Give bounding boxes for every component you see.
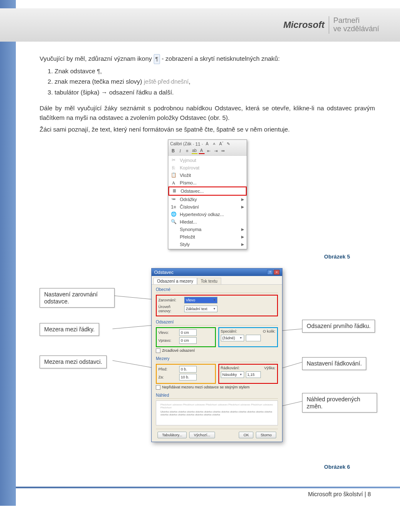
font-a-icon: A bbox=[170, 180, 178, 186]
ctx-item-translate[interactable]: Přeložit▶ bbox=[168, 233, 247, 241]
group-spacing: Mezery bbox=[156, 356, 278, 362]
select-alignment[interactable]: Vlevo▼ bbox=[184, 297, 218, 303]
logo-divider bbox=[329, 16, 329, 34]
button-tabs[interactable]: Tabulátory... bbox=[158, 432, 187, 438]
callout-preview: Náhled provedených změn. bbox=[302, 393, 377, 413]
indent-dec-icon: ⇤ bbox=[206, 148, 212, 154]
tab-indents-spacing[interactable]: Odsazení a mezery bbox=[153, 278, 197, 284]
tab-text-flow[interactable]: Tok textu bbox=[197, 278, 221, 284]
copy-icon: ⎘ bbox=[170, 165, 178, 171]
callout-line-space: Mezera mezi řádky. bbox=[40, 323, 99, 336]
callout-para-space: Mezera mezi odstavci. bbox=[40, 355, 107, 368]
list-item: znak mezera (tečka mezi slovy) ještě·pře… bbox=[55, 77, 375, 87]
label-after: Za: bbox=[158, 375, 178, 379]
ctx-item-copy[interactable]: ⎘Kopírovat bbox=[168, 164, 247, 172]
group-general: Obecné bbox=[156, 287, 278, 293]
label-at: Výška: bbox=[264, 366, 275, 370]
caption-fig5: Obrázek 5 bbox=[40, 254, 350, 260]
intro-para2: Dále by měl vyučující žáky seznámit s po… bbox=[40, 104, 375, 122]
callout-first-indent: Odsazení prvního řádku. bbox=[302, 320, 375, 333]
dialog-titlebar: Odstavec ? × bbox=[152, 268, 282, 276]
hyperlink-icon: 🌐 bbox=[170, 211, 178, 217]
ctx-item-synonyms[interactable]: Synonyma▶ bbox=[168, 226, 247, 233]
group-preview: Náhled bbox=[156, 393, 278, 399]
paragraph-dialog: Odstavec ? × Odsazení a mezery Tok textu… bbox=[151, 268, 282, 442]
font-color-icon: A bbox=[199, 148, 205, 154]
close-button[interactable]: × bbox=[274, 270, 280, 275]
ctx-item-cut[interactable]: ✂Vyjmout bbox=[168, 157, 247, 164]
preview-box: Předchozí odstavec Předchozí odstavec Př… bbox=[156, 400, 278, 425]
ctx-item-font[interactable]: APísmo... bbox=[168, 179, 247, 186]
checkbox-box-icon bbox=[156, 348, 160, 353]
ctx-item-paragraph[interactable]: ≣Odstavec... bbox=[168, 186, 247, 196]
chevron-down-icon: ▼ bbox=[213, 307, 216, 310]
paragraph-icon: ≣ bbox=[171, 188, 178, 194]
input-right-indent[interactable]: 0 cm bbox=[179, 337, 197, 344]
checkbox-dont-add-space[interactable]: Nepřidávat mezeru mezi odstavce se stejn… bbox=[156, 385, 278, 390]
intro-para1: Vyučující by měl, zdůrazní význam ikony … bbox=[40, 54, 375, 64]
checkbox-mirror-indent[interactable]: Zrcadlové odsazení bbox=[156, 348, 278, 353]
context-menu: ✂Vyjmout ⎘Kopírovat 📋Vložit APísmo... ≣O… bbox=[168, 156, 247, 249]
intro-para3: Žáci sami poznají, že text, který není f… bbox=[40, 125, 375, 134]
input-by[interactable] bbox=[246, 335, 261, 341]
paste-icon: 📋 bbox=[170, 172, 178, 178]
mini-toolbar: Calibri (Zák · 11 · A A Aˇ ✎ B I ≡ ab A … bbox=[168, 140, 247, 156]
input-before[interactable]: 0 b. bbox=[179, 366, 197, 373]
list-item: tabulátor (šipka) → odsazení řádku a dal… bbox=[55, 88, 375, 97]
bold-icon: B bbox=[170, 148, 176, 154]
ctx-item-paste[interactable]: 📋Vložit bbox=[168, 172, 247, 179]
highlight-icon: ab bbox=[192, 148, 198, 154]
button-cancel[interactable]: Storno bbox=[256, 432, 276, 438]
header-band: Microsoft Partneři ve vzdělávání bbox=[0, 8, 400, 42]
label-before: Před: bbox=[158, 367, 178, 371]
label-left-indent: Vlevo: bbox=[158, 331, 178, 335]
ctx-item-bullets[interactable]: ≔Odrážky▶ bbox=[168, 196, 247, 203]
list-item: Znak odstavce ¶, bbox=[55, 67, 375, 76]
change-case-icon: Aˇ bbox=[218, 141, 224, 147]
select-linespacing[interactable]: Násobky▼ bbox=[221, 371, 244, 378]
scissors-icon: ✂ bbox=[170, 157, 178, 163]
mini-font-name: Calibri (Zák bbox=[170, 142, 192, 146]
caption-fig6: Obrázek 6 bbox=[40, 464, 350, 470]
align-icon: ≡ bbox=[185, 148, 190, 154]
footer-text: Microsoft pro školství | 8 bbox=[40, 488, 375, 497]
input-at[interactable]: 1,15 bbox=[246, 371, 261, 378]
left-accent-bar bbox=[0, 0, 16, 506]
checkbox-box-icon bbox=[156, 385, 160, 390]
help-button[interactable]: ? bbox=[267, 270, 273, 275]
select-special[interactable]: (žádné)▼ bbox=[221, 335, 244, 341]
ctx-item-numbering[interactable]: 1≡Číslování▶ bbox=[168, 203, 247, 211]
mini-font-size: 11 bbox=[195, 142, 200, 147]
chevron-down-icon: ▼ bbox=[213, 298, 216, 301]
callout-alignment: Nastavení zarovnání odstavce. bbox=[40, 288, 115, 308]
shrink-font-icon: A bbox=[211, 141, 217, 147]
space-dot-example: ještě·před·dnešní bbox=[144, 78, 188, 85]
indent-inc-icon: ⇥ bbox=[213, 148, 219, 154]
grow-font-icon: A bbox=[204, 141, 210, 147]
input-after[interactable]: 10 b. bbox=[179, 374, 197, 380]
list-marks: Znak odstavce ¶, znak mezera (tečka mezi… bbox=[55, 67, 375, 97]
chevron-down-icon: ▼ bbox=[240, 336, 242, 339]
ctx-item-find[interactable]: 🔍Hledat... bbox=[168, 218, 247, 226]
button-ok[interactable]: OK bbox=[239, 432, 253, 438]
italic-icon: I bbox=[178, 148, 183, 154]
group-indent: Odsazení bbox=[156, 320, 278, 326]
ctx-item-hyperlink[interactable]: 🌐Hypertextový odkaz... bbox=[168, 211, 247, 218]
label-by: O kolik: bbox=[263, 329, 275, 333]
ctx-item-styles[interactable]: Styly▶ bbox=[168, 241, 247, 248]
bullets-icon: ≔ bbox=[220, 148, 226, 154]
input-left-indent[interactable]: 0 cm bbox=[179, 329, 197, 336]
callout-linespacing: Nastavení řádkování. bbox=[302, 357, 366, 370]
label-outline-level: Úroveň osnovy: bbox=[158, 305, 182, 313]
bullets-list-icon: ≔ bbox=[170, 196, 178, 202]
label-right-indent: Vpravo: bbox=[158, 338, 178, 343]
dialog-tabs: Odsazení a mezery Tok textu bbox=[152, 276, 282, 285]
select-outline-level[interactable]: Základní text▼ bbox=[184, 306, 218, 312]
dialog-title-text: Odstavec bbox=[154, 270, 173, 275]
pilcrow-icon: ¶ bbox=[154, 54, 160, 64]
label-alignment: Zarovnání: bbox=[158, 298, 182, 302]
button-default[interactable]: Výchozí... bbox=[189, 432, 215, 438]
figure-5-context-menu: Calibri (Zák · 11 · A A Aˇ ✎ B I ≡ ab A … bbox=[168, 139, 247, 249]
microsoft-logo: Microsoft bbox=[283, 20, 325, 30]
format-painter-icon: ✎ bbox=[225, 141, 231, 147]
